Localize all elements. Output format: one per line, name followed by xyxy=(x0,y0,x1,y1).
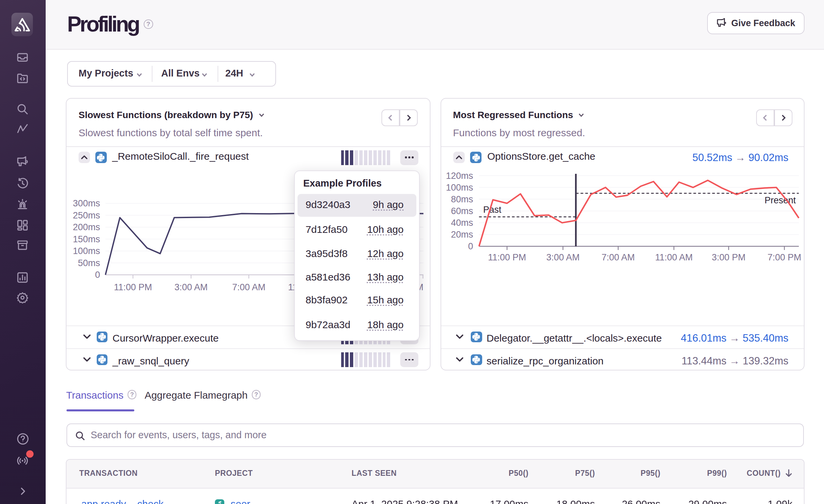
svg-text:40ms: 40ms xyxy=(451,218,473,228)
svg-text:11:00 PM: 11:00 PM xyxy=(488,252,526,262)
svg-text:0: 0 xyxy=(468,241,473,251)
svg-text:20ms: 20ms xyxy=(451,230,473,240)
svg-text:3:00 AM: 3:00 AM xyxy=(546,252,580,262)
svg-text:11:00 PM: 11:00 PM xyxy=(113,282,152,292)
svg-text:250ms: 250ms xyxy=(73,210,100,220)
svg-text:100ms: 100ms xyxy=(446,183,473,193)
svg-text:7:00 AM: 7:00 AM xyxy=(232,282,265,292)
svg-text:150ms: 150ms xyxy=(73,234,100,244)
svg-text:60ms: 60ms xyxy=(451,206,473,216)
svg-text:11:00 AM: 11:00 AM xyxy=(655,252,693,262)
svg-text:300ms: 300ms xyxy=(73,198,100,208)
svg-text:7:00 AM: 7:00 AM xyxy=(601,252,635,262)
svg-text:200ms: 200ms xyxy=(73,222,100,232)
svg-text:0: 0 xyxy=(95,270,100,280)
svg-text:7:00 PM: 7:00 PM xyxy=(768,252,802,262)
svg-text:Present: Present xyxy=(765,195,796,205)
svg-text:120ms: 120ms xyxy=(446,171,473,181)
svg-text:100ms: 100ms xyxy=(73,246,100,256)
svg-text:50ms: 50ms xyxy=(78,258,100,268)
svg-text:Past: Past xyxy=(483,205,502,215)
svg-text:80ms: 80ms xyxy=(451,194,473,204)
svg-text:3:00 AM: 3:00 AM xyxy=(174,282,207,292)
svg-text:3:00 PM: 3:00 PM xyxy=(712,252,746,262)
